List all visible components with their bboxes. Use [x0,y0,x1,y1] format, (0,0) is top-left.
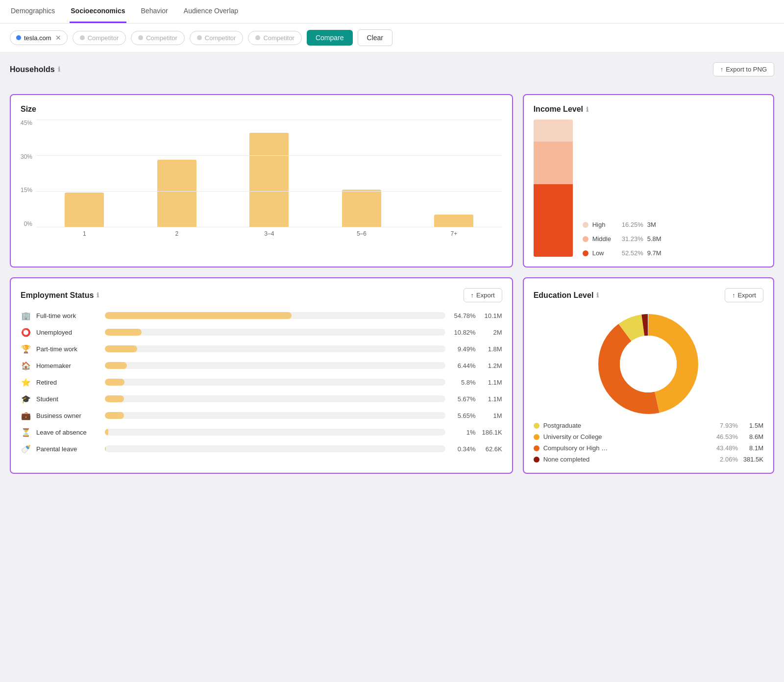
competitor-label-2: Competitor [146,34,177,42]
lower-row: Employment Status ℹ ↑ Export 🏢 Full-time… [10,277,774,474]
edu-dot-none [534,457,539,463]
clear-button[interactable]: Clear [358,29,392,46]
competitor-chip-4[interactable]: Competitor [248,31,302,45]
emp-name-0: Full-time work [36,312,100,319]
emp-pct-6: 5.65% [450,412,476,419]
competitor-chip-1[interactable]: Competitor [73,31,126,45]
employment-info-icon[interactable]: ℹ [97,292,99,299]
emp-icon-7: ⏳ [21,427,31,438]
emp-icon-0: 🏢 [21,310,31,321]
competitor-chip-2[interactable]: Competitor [131,31,185,45]
emp-pct-0: 54.78% [450,312,476,319]
education-info-icon[interactable]: ℹ [596,292,599,299]
competitor-label-4: Competitor [263,34,294,42]
income-info-icon[interactable]: ℹ [586,106,588,113]
education-card: Education Level ℹ ↑ Export [523,277,774,474]
nav-tab-demographics[interactable]: Demographics [10,0,56,23]
emp-bar-bg-2 [105,345,445,352]
x-label-3: 3–4 [226,230,313,237]
edu-legend-university: University or College 46.53% 8.6M [534,433,763,440]
emp-val-5: 1.1M [481,395,502,403]
emp-icon-2: 🏆 [21,343,31,354]
emp-row-8: 🍼 Parental leave 0.34% 62.6K [21,443,502,454]
emp-icon-6: 💼 [21,410,31,421]
chart-area: 1 2 3–4 5–6 7+ [36,120,502,247]
emp-name-6: Business owner [36,412,100,419]
x-label-4: 5–6 [318,230,405,237]
nav-tab-socioeconomics[interactable]: Socioeconomics [70,0,126,23]
emp-name-8: Parental leave [36,445,100,453]
edu-legend-none: None completed 2.06% 381.5K [534,456,763,463]
emp-bar-fill-2 [105,345,137,352]
nav-tab-audience-overlap[interactable]: Audience Overlap [183,0,239,23]
emp-val-1: 2M [481,329,502,336]
emp-bar-bg-3 [105,362,445,369]
emp-row-4: ⭐ Retired 5.8% 1.1M [21,377,502,388]
income-legend-high: High 16.25% 3M [583,221,662,228]
education-title: Education Level ℹ [534,291,599,300]
emp-row-1: ⭕ Unemployed 10.82% 2M [21,327,502,338]
employment-card: Employment Status ℹ ↑ Export 🏢 Full-time… [10,277,513,474]
employment-export-button[interactable]: ↑ Export [464,288,502,302]
export-icon: ↑ [720,66,724,73]
emp-row-7: ⏳ Leave of absence 1% 186.1K [21,427,502,438]
emp-bar-bg-4 [105,379,445,386]
competitor-chip-3[interactable]: Competitor [190,31,244,45]
emp-bar-fill-3 [105,362,127,369]
emp-bar-fill-5 [105,395,124,402]
emp-bar-bg-7 [105,429,445,436]
income-legend-middle: Middle 31.23% 5.8M [583,235,662,243]
x-label-2: 2 [134,230,220,237]
compare-button[interactable]: Compare [307,30,353,46]
emp-bar-bg-1 [105,329,445,336]
emp-val-7: 186.1K [481,429,502,436]
emp-name-3: Homemaker [36,362,100,369]
edu-legend-postgraduate: Postgraduate 7.93% 1.5M [534,422,763,429]
education-donut-wrap: Postgraduate 7.93% 1.5M University or Co… [534,310,763,463]
competitor-label-3: Competitor [205,34,236,42]
emp-name-5: Student [36,395,100,403]
emp-icon-3: 🏠 [21,360,31,371]
nav-tab-behavior[interactable]: Behavior [140,0,169,23]
edu-legend-compulsory: Compulsory or High … 43.48% 8.1M [534,444,763,452]
svg-point-4 [620,336,677,392]
size-chart: 45% 30% 15% 0% [21,120,502,247]
emp-val-0: 10.1M [481,312,502,319]
emp-pct-4: 5.8% [450,379,476,386]
x-label-5: 7+ [411,230,497,237]
education-export-icon: ↑ [732,292,735,299]
x-labels: 1 2 3–4 5–6 7+ [36,227,502,237]
emp-val-2: 1.8M [481,345,502,353]
top-nav: Demographics Socioeconomics Behavior Aud… [0,0,784,24]
income-dot-middle [583,236,588,242]
emp-icon-5: 🎓 [21,393,31,404]
domain-close-icon[interactable]: ✕ [55,34,61,42]
emp-val-6: 1M [481,412,502,419]
households-title: Households ℹ [10,65,60,74]
emp-row-2: 🏆 Part-time work 9.49% 1.8M [21,343,502,354]
income-title: Income Level ℹ [534,105,763,114]
domain-chip[interactable]: tesla.com ✕ [10,30,68,45]
households-export-button[interactable]: ↑ Export to PNG [713,62,774,76]
education-export-button[interactable]: ↑ Export [725,288,763,302]
emp-bar-fill-8 [105,445,106,452]
emp-val-3: 1.2M [481,362,502,369]
competitor-dot-4 [255,35,260,40]
emp-pct-7: 1% [450,429,476,436]
edu-dot-university [534,434,539,440]
emp-name-4: Retired [36,379,100,386]
emp-name-1: Unemployed [36,329,100,336]
emp-name-2: Part-time work [36,345,100,353]
income-card: Income Level ℹ High 16.25% 3M [523,94,774,268]
domain-label: tesla.com [24,34,51,42]
households-info-icon[interactable]: ℹ [58,66,60,73]
income-legend-low: Low 52.52% 9.7M [583,249,662,257]
emp-bar-bg-8 [105,445,445,452]
emp-name-7: Leave of absence [36,429,100,436]
emp-bar-fill-1 [105,329,142,336]
competitor-dot-2 [138,35,143,40]
edu-dot-postgraduate [534,423,539,429]
emp-pct-3: 6.44% [450,362,476,369]
size-card: Size 45% 30% 15% 0% [10,94,513,268]
emp-row-3: 🏠 Homemaker 6.44% 1.2M [21,360,502,371]
